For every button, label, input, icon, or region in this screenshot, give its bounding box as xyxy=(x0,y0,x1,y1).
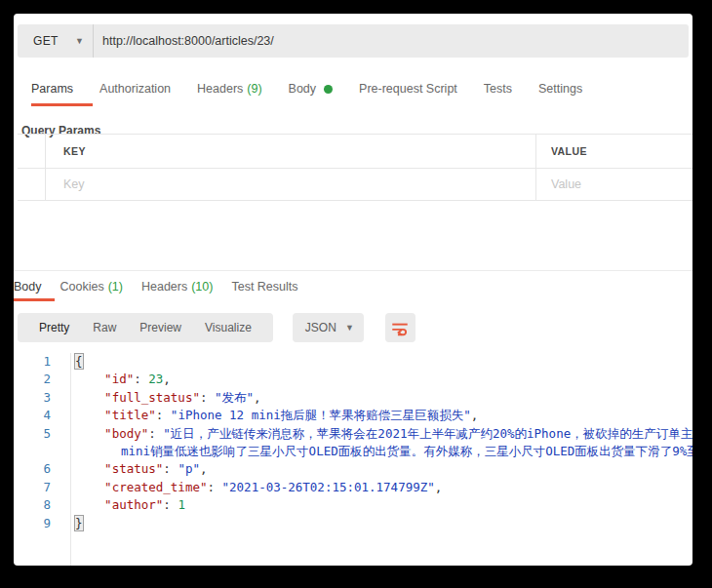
code-text: } xyxy=(75,515,83,532)
view-pretty-button[interactable]: Pretty xyxy=(27,321,81,334)
response-headers-count-badge: (10) xyxy=(191,280,213,294)
tab-params[interactable]: Params xyxy=(31,71,73,106)
line-number: 4 xyxy=(14,407,70,424)
code-line: mini销量低迷也影响了三星小尺寸OLED面板的出货量。有外媒称，三星小尺寸OL… xyxy=(14,443,692,460)
format-selector[interactable]: JSON ▼ xyxy=(293,313,364,342)
query-params-table: KEY VALUE Key Value xyxy=(18,134,692,201)
line-number: 1 xyxy=(14,353,70,371)
code-line: 3 "full_status": "发布", xyxy=(14,389,692,407)
gutter-divider xyxy=(70,353,71,566)
method-label: GET xyxy=(33,34,59,48)
cookies-count-badge: (1) xyxy=(108,280,123,294)
value-input[interactable]: Value xyxy=(551,177,581,191)
line-number: 2 xyxy=(14,371,70,388)
chevron-down-icon: ▼ xyxy=(75,37,84,46)
code-text: mini销量低迷也影响了三星小尺寸OLED面板的出货量。有外媒称，三星小尺寸OL… xyxy=(75,443,692,460)
line-number: 9 xyxy=(14,515,70,532)
code-text: "full_status": "发布", xyxy=(75,389,261,407)
code-text: "status": "p", xyxy=(75,460,208,478)
tab-settings[interactable]: Settings xyxy=(538,71,582,106)
url-input[interactable]: http://localhost:8000/articles/23/ xyxy=(94,24,689,58)
response-tab-cookies[interactable]: Cookies (1) xyxy=(60,271,123,301)
tab-body[interactable]: Body xyxy=(289,71,334,106)
response-tab-body[interactable]: Body xyxy=(14,271,42,301)
key-column-header: KEY xyxy=(63,145,86,157)
response-tab-headers[interactable]: Headers (10) xyxy=(141,271,213,301)
format-label: JSON xyxy=(305,321,336,334)
code-line: 6 "status": "p", xyxy=(14,460,692,478)
view-mode-group: Pretty Raw Preview Visualize xyxy=(18,313,273,342)
code-line: 5 "body": "近日，产业链传来消息称，苹果将会在2021年上半年减产约2… xyxy=(14,425,692,443)
code-line: 2 "id": 23, xyxy=(14,371,692,388)
method-selector[interactable]: GET ▼ xyxy=(18,24,93,58)
value-column-header: VALUE xyxy=(551,145,587,157)
view-raw-button[interactable]: Raw xyxy=(81,321,128,334)
key-input[interactable]: Key xyxy=(63,177,85,191)
chevron-down-icon: ▼ xyxy=(345,324,354,333)
row-handle-cell[interactable] xyxy=(18,169,46,200)
line-number: 7 xyxy=(14,479,70,496)
line-number: 3 xyxy=(14,389,70,407)
code-line: 9} xyxy=(14,515,692,532)
response-tabs: Body Cookies (1) Headers (10) Test Resul… xyxy=(14,271,692,301)
headers-count-badge: (9) xyxy=(247,82,261,96)
response-body-editor[interactable]: 1{2 "id": 23,3 "full_status": "发布",4 "ti… xyxy=(14,353,692,566)
line-number: 5 xyxy=(14,425,70,443)
screenshot-root: { "request": { "method": "GET", "url": "… xyxy=(0,0,712,588)
code-text: "created_time": "2021-03-26T02:15:01.174… xyxy=(75,479,442,496)
line-number: 8 xyxy=(14,496,70,514)
response-tab-test-results[interactable]: Test Results xyxy=(231,271,297,301)
view-preview-button[interactable]: Preview xyxy=(128,321,193,334)
line-number: 6 xyxy=(14,460,70,478)
body-set-indicator-dot xyxy=(324,85,333,94)
app-window: GET ▼ http://localhost:8000/articles/23/… xyxy=(14,14,692,566)
request-url-bar: GET ▼ http://localhost:8000/articles/23/ xyxy=(18,24,689,58)
code-line: 1{ xyxy=(14,353,692,371)
code-text: { xyxy=(75,353,83,371)
request-tabs: Params Authorization Headers (9) Body Pr… xyxy=(31,71,689,106)
query-params-header-row: KEY VALUE xyxy=(18,134,692,168)
row-handle-cell xyxy=(18,135,46,168)
tab-pre-request-script[interactable]: Pre-request Script xyxy=(359,71,457,106)
tab-authorization[interactable]: Authorization xyxy=(99,71,171,106)
line-number xyxy=(14,443,70,460)
tab-headers[interactable]: Headers (9) xyxy=(197,71,262,106)
code-text: "id": 23, xyxy=(75,371,171,388)
code-line: 4 "title": "iPhone 12 mini拖后腿！苹果将赔偿三星巨额损… xyxy=(14,407,692,424)
code-line: 8 "author": 1 xyxy=(14,496,692,514)
wrap-text-button[interactable] xyxy=(385,313,415,342)
code-text: "author": 1 xyxy=(75,496,185,514)
response-toolbar: Pretty Raw Preview Visualize JSON ▼ xyxy=(18,313,415,342)
code-text: "body": "近日，产业链传来消息称，苹果将会在2021年上半年减产约20%… xyxy=(75,425,692,443)
code-line: 7 "created_time": "2021-03-26T02:15:01.1… xyxy=(14,479,692,496)
wrap-text-icon xyxy=(391,319,409,336)
code-lines: 1{2 "id": 23,3 "full_status": "发布",4 "ti… xyxy=(14,353,692,532)
tab-tests[interactable]: Tests xyxy=(484,71,512,106)
query-param-row: Key Value xyxy=(18,168,692,201)
view-visualize-button[interactable]: Visualize xyxy=(193,321,263,334)
code-text: "title": "iPhone 12 mini拖后腿！苹果将赔偿三星巨额损失"… xyxy=(75,407,478,424)
